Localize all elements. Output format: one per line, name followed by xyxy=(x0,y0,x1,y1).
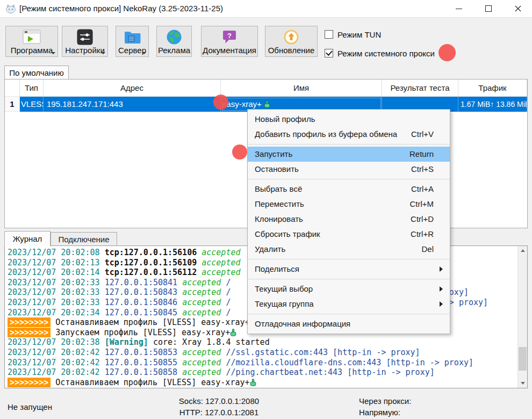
menu-item[interactable]: Поделиться xyxy=(248,262,450,277)
log-segment-addr: / xyxy=(226,278,231,287)
tab-log[interactable]: Журнал xyxy=(4,231,51,246)
column-header-rownum[interactable] xyxy=(5,80,20,97)
menu-item-label: Текущая группа xyxy=(255,299,314,308)
menu-item[interactable]: КлонироватьCtrl+D xyxy=(248,212,450,227)
log-segment-addr: 127.0.0.1:50841 xyxy=(105,278,183,287)
scroll-up-icon[interactable] xyxy=(518,246,527,255)
minimize-button[interactable] xyxy=(450,3,468,14)
log-segment-addr: 127.0.0.1:50858 xyxy=(105,367,183,377)
table-header: ТипАдресИмяРезультат тестаТрафик xyxy=(5,80,527,97)
column-header[interactable]: Тип xyxy=(20,80,44,97)
toolbar-button-settings[interactable]: Настройки xyxy=(62,26,108,57)
menu-item[interactable]: ОстановитьCtrl+S xyxy=(248,162,450,177)
log-segment-acc: accepted xyxy=(182,348,226,357)
toolbar-button-label: Настройки xyxy=(65,46,105,55)
menu-item-shortcut: Ctrl+M xyxy=(409,197,434,212)
click-marker xyxy=(213,95,228,110)
log-segment-addr: 127.0.0.1:50843 xyxy=(105,287,183,297)
nekoray-window: [Режим системного прокси] NekoRay (3.25-… xyxy=(0,0,532,419)
menu-item[interactable]: УдалитьDel xyxy=(248,242,450,257)
column-header[interactable]: Трафик xyxy=(458,80,527,97)
log-scrollbar[interactable] xyxy=(517,246,527,388)
log-segment-time: 2023/12/07 20:02:42 xyxy=(8,348,105,357)
docs-icon: ? xyxy=(222,26,237,46)
dropdown-arrow-icon xyxy=(142,52,146,54)
checkbox-system-proxy-mode-label: Режим системного прокси xyxy=(337,49,435,58)
column-header[interactable]: Имя xyxy=(221,80,382,97)
update-icon xyxy=(283,26,299,46)
log-segment-addr: //ssl.gstatic.com:443 [http-in -> proxy] xyxy=(226,348,420,357)
toolbar-button-label: Документация xyxy=(203,46,256,55)
menu-item-shortcut: Del xyxy=(421,242,434,257)
checkbox-tun-mode-box[interactable] xyxy=(325,30,333,39)
log-segment-time: 2023/12/07 20:02:14 xyxy=(8,268,105,277)
log-segment-addr: 127.0.0.1:50853 xyxy=(105,348,183,357)
log-segment-time: 2023/12/07 20:02:33 xyxy=(8,287,105,297)
submenu-arrow-icon xyxy=(440,286,443,292)
title-bar: [Режим системного прокси] NekoRay (3.25-… xyxy=(0,0,532,18)
menu-item[interactable]: Выбрать всёCtrl+A xyxy=(248,182,450,197)
dropdown-arrow-icon xyxy=(101,52,105,54)
status-via-proxy: Через прокси: xyxy=(359,395,411,407)
toolbar-button-label: Реклама xyxy=(158,46,190,55)
status-http: HTTP: 127.0.0.1:2081 xyxy=(159,407,279,418)
toolbar-button-server[interactable]: Сервер xyxy=(116,26,149,57)
menu-item[interactable]: ЗапуститьReturn xyxy=(248,147,450,162)
toolbar-button-ads[interactable]: Реклама xyxy=(156,26,192,57)
toolbar-button-docs[interactable]: ?Документация xyxy=(201,26,258,57)
log-line: 2023/12/07 20:02:42 127.0.0.1:50855 acce… xyxy=(8,358,518,368)
menu-item[interactable]: Текущий выбор xyxy=(248,281,450,297)
svg-text:?: ? xyxy=(227,31,232,39)
menu-item-label: Текущий выбор xyxy=(255,284,313,293)
menu-item[interactable]: Отладочная информация xyxy=(248,316,450,331)
log-line: 2023/12/07 20:02:38 [Warning] core: Xray… xyxy=(8,337,518,348)
checkbox-system-proxy-mode-box[interactable] xyxy=(325,49,333,57)
submenu-arrow-icon xyxy=(440,266,443,272)
toolbar-button-label: Обновление xyxy=(268,46,315,55)
log-line: 2023/12/07 20:02:42 127.0.0.1:50858 acce… xyxy=(8,367,518,378)
cell-address[interactable]: 195.181.247.171:443 xyxy=(44,97,221,112)
tab-connections[interactable]: Подключение xyxy=(51,232,117,246)
log-segment-acc: accepted xyxy=(202,248,240,257)
menu-item-label: Остановить xyxy=(255,164,299,174)
checkbox-tun-mode[interactable]: Режим TUN xyxy=(325,30,381,39)
column-header[interactable]: Результат теста xyxy=(382,80,458,97)
menu-item[interactable]: ПереместитьCtrl+M xyxy=(248,197,450,212)
close-button[interactable] xyxy=(509,3,527,14)
menu-separator xyxy=(248,144,449,145)
menu-item-label: Отладочная информация xyxy=(255,319,350,328)
toolbar-button-program[interactable]: Программа xyxy=(5,26,58,57)
log-line: >>>>>>>> Останавливаем профиль [VLESS] e… xyxy=(8,378,518,388)
log-segment-addr: 127.0.0.1:50845 xyxy=(105,308,183,317)
menu-item[interactable]: Новый профиль xyxy=(248,112,450,127)
ads-icon xyxy=(166,26,182,46)
log-segment-addr: / xyxy=(226,298,231,307)
scroll-down-icon[interactable] xyxy=(518,379,527,388)
menu-item-label: Новый профиль xyxy=(255,114,315,124)
menu-separator xyxy=(248,259,449,259)
tab-default-group[interactable]: По умолчанию xyxy=(4,66,69,80)
log-segment-addr: / xyxy=(226,287,231,297)
menu-item[interactable]: Сбросить трафикCtrl+R xyxy=(248,227,450,242)
log-segment-time: 2023/12/07 20:02:34 xyxy=(8,308,105,317)
cell-type[interactable]: VLESS xyxy=(20,97,44,112)
log-segment-acc: accepted xyxy=(182,308,226,317)
scrollbar-thumb[interactable] xyxy=(519,347,527,371)
checkbox-system-proxy-mode[interactable]: Режим системного прокси xyxy=(325,48,435,58)
cell-traffic[interactable]: 1.67 MiB↑ 13.86 MiB↓ xyxy=(458,97,527,112)
menu-item[interactable]: Текущая группа xyxy=(248,297,450,312)
log-segment-acc: accepted xyxy=(202,268,240,277)
maximize-button[interactable] xyxy=(480,3,497,14)
log-segment-acc: accepted xyxy=(182,298,226,307)
log-segment-time: 2023/12/07 20:02:13 xyxy=(8,258,105,268)
toolbar-button-update[interactable]: Обновление xyxy=(265,26,318,57)
settings-icon xyxy=(77,26,93,46)
log-segment-acc: accepted xyxy=(182,287,226,297)
menu-item-label: Запустить xyxy=(255,149,292,158)
log-segment-acc: accepted xyxy=(182,367,226,377)
row-number[interactable]: 1 xyxy=(5,97,20,112)
column-header[interactable]: Адрес xyxy=(44,80,221,97)
checkbox-tun-mode-label: Режим TUN xyxy=(337,30,381,39)
menu-item[interactable]: Добавить профиль из буфера обменаCtrl+V xyxy=(248,127,450,142)
hand-cursor-icon xyxy=(262,99,270,109)
